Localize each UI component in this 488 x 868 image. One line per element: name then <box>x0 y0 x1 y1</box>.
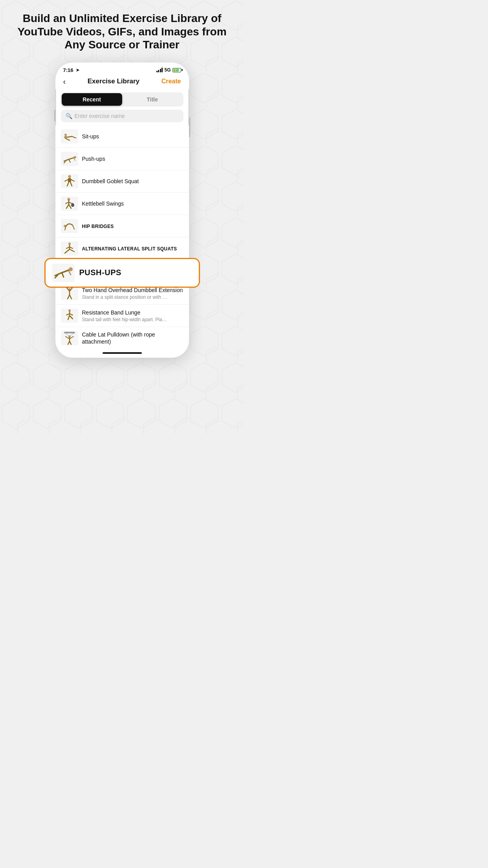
exercise-info-resistance-band: Resistance Band Lunge Stand tall with fe… <box>82 309 183 322</box>
exercise-info-pushups: Push-ups <box>82 155 183 162</box>
svg-point-67 <box>69 267 73 271</box>
alt-lateral-figure <box>61 241 78 256</box>
overhead-db-figure <box>61 286 78 300</box>
situps-figure <box>61 129 78 143</box>
phone-shell: 7:16 ➤ 5G ⚡ ‹ Exercise L <box>55 63 189 358</box>
exercise-item-resistance-band[interactable]: Resistance Band Lunge Stand tall with fe… <box>55 305 189 327</box>
svg-line-19 <box>67 182 69 186</box>
segment-control[interactable]: Recent Title <box>61 92 183 107</box>
page-headline: Build an Unlimited Exercise Library of Y… <box>8 12 236 51</box>
hip-bridges-figure <box>61 219 78 233</box>
status-bar: 7:16 ➤ 5G ⚡ <box>55 63 189 75</box>
pushups-figure <box>61 152 78 166</box>
exercise-name-overhead-db: Two Hand Overhead Dumbbell Extension <box>82 287 183 293</box>
exercise-desc-overhead-db: Stand in a split-stance position or with… <box>82 294 169 300</box>
exercise-name-resistance-band: Resistance Band Lunge <box>82 309 141 316</box>
location-arrow-icon: ➤ <box>76 68 79 73</box>
kettlebell-figure <box>61 197 78 211</box>
svg-line-29 <box>73 225 74 229</box>
exercise-thumb-goblet-squat <box>61 174 78 188</box>
svg-line-65 <box>66 333 70 337</box>
search-bar[interactable]: 🔍 Enter exercise name <box>61 110 183 122</box>
time-display: 7:16 <box>63 67 73 73</box>
segment-recent[interactable]: Recent <box>62 93 122 106</box>
phone-side-button-right <box>189 118 190 137</box>
exercise-thumb-situps <box>61 129 78 143</box>
exercise-thumb-alt-lateral <box>61 241 78 256</box>
exercise-item-goblet-squat[interactable]: Dumbbell Goblet Squat <box>55 170 189 193</box>
svg-line-35 <box>65 249 70 253</box>
svg-line-20 <box>70 182 72 186</box>
svg-line-6 <box>72 136 76 138</box>
segment-title[interactable]: Title <box>122 93 183 106</box>
cable-lat-figure <box>61 331 78 345</box>
exercise-item-kettlebell[interactable]: Kettlebell Swings <box>55 193 189 215</box>
pushups-callout-box: PUSH-UPS <box>44 258 200 288</box>
exercise-info-kettlebell: Kettlebell Swings <box>82 200 183 207</box>
back-button[interactable]: ‹ <box>63 77 66 86</box>
home-bar <box>103 352 142 354</box>
status-indicators: 5G ⚡ <box>156 67 181 73</box>
search-placeholder: Enter exercise name <box>75 113 125 119</box>
exercise-desc-resistance-band: Stand tall with feet hip-width apart. Pl… <box>82 317 169 322</box>
svg-rect-64 <box>64 332 75 333</box>
exercise-thumb-pushups <box>61 152 78 166</box>
exercise-item-alt-lateral[interactable]: ALTERNATING LATERAL SPLIT SQUATS <box>55 237 189 260</box>
pushups-callout-figure <box>52 264 75 282</box>
pushups-callout-label: PUSH-UPS <box>79 268 121 277</box>
search-icon: 🔍 <box>66 113 72 119</box>
svg-line-12 <box>69 160 70 162</box>
navigation-bar: ‹ Exercise Library Create <box>55 75 189 89</box>
exercise-item-cable-lat[interactable]: Cable Lat Pulldown (with rope attachment… <box>55 327 189 349</box>
svg-line-25 <box>66 204 69 208</box>
exercise-thumb-cable-lat <box>61 331 78 345</box>
exercise-info-overhead-db: Two Hand Overhead Dumbbell Extension Sta… <box>82 287 183 300</box>
exercise-thumb-overhead-db <box>61 286 78 300</box>
svg-line-26 <box>69 204 71 208</box>
svg-line-63 <box>70 341 71 344</box>
exercise-thumb-hip-bridges <box>61 219 78 233</box>
exercise-name-alt-lateral: ALTERNATING LATERAL SPLIT SQUATS <box>82 246 177 252</box>
exercise-thumb-kettlebell <box>61 197 78 211</box>
network-label: 5G <box>164 67 171 73</box>
exercise-info-cable-lat: Cable Lat Pulldown (with rope attachment… <box>82 331 183 345</box>
svg-rect-16 <box>68 178 71 182</box>
exercise-item-situps[interactable]: Sit-ups <box>55 125 189 148</box>
svg-line-7 <box>66 138 70 140</box>
svg-line-17 <box>65 180 68 181</box>
create-button[interactable]: Create <box>161 78 181 85</box>
notch <box>110 63 134 69</box>
svg-line-72 <box>69 271 71 275</box>
screen-title: Exercise Library <box>88 77 139 85</box>
exercise-name-kettlebell: Kettlebell Swings <box>82 200 124 207</box>
svg-line-36 <box>70 249 74 252</box>
exercise-thumb-resistance-band <box>61 309 78 323</box>
svg-line-51 <box>70 295 72 299</box>
svg-line-50 <box>68 295 70 299</box>
svg-line-66 <box>70 333 73 337</box>
goblet-squat-figure <box>61 174 78 188</box>
svg-line-18 <box>71 180 74 181</box>
exercise-name-pushups: Push-ups <box>82 156 105 162</box>
status-time: 7:16 ➤ <box>63 67 79 73</box>
svg-point-15 <box>68 175 71 178</box>
exercise-name-hip-bridges: HIP BRIDGES <box>82 224 114 229</box>
exercise-list-title: ALTERNATING LATERAL SPLIT SQUATS <box>55 237 189 349</box>
exercise-info-hip-bridges: HIP BRIDGES <box>82 223 183 230</box>
exercise-name-situps: Sit-ups <box>82 133 99 140</box>
signal-icon <box>156 68 163 72</box>
exercise-info-goblet-squat: Dumbbell Goblet Squat <box>82 178 183 185</box>
phone-mockup: 7:16 ➤ 5G ⚡ ‹ Exercise L <box>55 63 189 358</box>
exercise-item-pushups[interactable]: Push-ups <box>55 148 189 170</box>
svg-point-27 <box>71 204 74 207</box>
home-indicator <box>55 349 189 358</box>
exercise-name-goblet-squat: Dumbbell Goblet Squat <box>82 178 139 184</box>
exercise-name-cable-lat: Cable Lat Pulldown (with rope attachment… <box>82 331 155 345</box>
exercise-list-recent: Sit-ups <box>55 125 189 237</box>
svg-line-5 <box>67 136 72 137</box>
svg-line-70 <box>62 273 64 277</box>
pushups-callout-thumb <box>52 264 75 282</box>
exercise-item-hip-bridges[interactable]: HIP BRIDGES <box>55 215 189 237</box>
resistance-band-figure <box>61 309 78 323</box>
battery-icon: ⚡ <box>172 68 181 72</box>
